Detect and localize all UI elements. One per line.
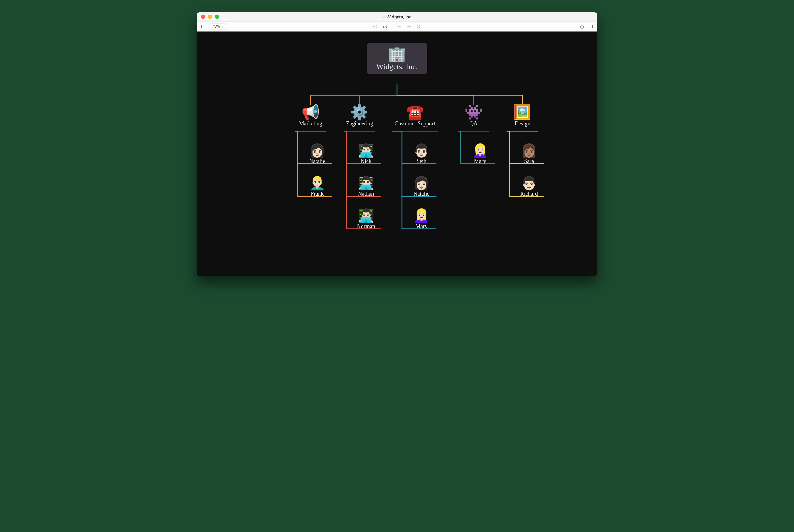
zoom-select[interactable]: 75% ▴▾	[209, 23, 226, 30]
person-name: Richard	[513, 191, 545, 197]
stepper-arrows-icon: ▴▾	[222, 25, 223, 28]
media-tool-button[interactable]	[382, 24, 388, 29]
dept-label: QA	[457, 120, 490, 127]
undo-button[interactable]	[396, 24, 402, 29]
person-node[interactable]: 👩🏻 Natalie	[405, 176, 438, 197]
dept-label: Engineering	[343, 120, 376, 127]
person-name: Mary	[464, 158, 496, 164]
zoom-value: 75%	[212, 24, 220, 29]
document-title-text: Widgets, Inc.	[386, 15, 413, 19]
person-name: Sara	[513, 158, 545, 164]
document-title: 📄 Widgets, Inc.	[196, 12, 598, 21]
person-node[interactable]: 👨🏻‍💻 Nick	[349, 144, 382, 164]
support-icon: ☎️	[391, 105, 439, 120]
app-window: 📄 Widgets, Inc. 75% ▴▾	[196, 12, 598, 277]
org-root-name: Widgets, Inc.	[371, 62, 423, 71]
person-node[interactable]: 👨🏻‍💻 Norman	[349, 209, 382, 229]
engineering-icon: ⚙️	[343, 105, 376, 120]
person-name: Seth	[405, 158, 438, 164]
person-node[interactable]: 👱🏻‍♂️ Frank	[301, 176, 333, 197]
document-icon: 📄	[381, 15, 385, 19]
close-window-button[interactable]	[201, 15, 205, 19]
toolbar: 75% ▴▾	[196, 21, 598, 31]
design-icon: 🖼️	[506, 105, 539, 120]
person-node[interactable]: 👨🏻‍💻 Nathan	[349, 176, 382, 197]
person-name: Nick	[349, 158, 382, 164]
dept-label: Customer Support	[391, 120, 439, 127]
qa-icon: 👾	[457, 105, 490, 120]
person-node[interactable]: 👩🏽 Sara	[513, 144, 545, 164]
person-node[interactable]: 👱🏻‍♀️ Mary	[464, 144, 496, 164]
svg-point-4	[383, 26, 384, 27]
person-node[interactable]: 👨🏻 Seth	[405, 144, 438, 164]
sidebar-toggle-button[interactable]	[200, 24, 205, 29]
dept-node-engineering[interactable]: ⚙️ Engineering	[343, 105, 376, 127]
diagram-canvas[interactable]: 🏢 Widgets, Inc. 📢 Marketing 👩🏻 Natalie 👱…	[196, 32, 598, 277]
dept-node-support[interactable]: ☎️ Customer Support	[391, 105, 439, 127]
person-name: Natalie	[301, 158, 333, 164]
dept-node-design[interactable]: 🖼️ Design	[506, 105, 539, 127]
person-name: Norman	[349, 223, 382, 229]
person-name: Frank	[301, 191, 333, 197]
redo-button[interactable]	[406, 24, 412, 29]
person-name: Natalie	[405, 191, 438, 197]
person-node[interactable]: 👩🏻 Natalie	[301, 144, 333, 164]
person-node[interactable]: 👨🏻 Richard	[513, 176, 545, 197]
svg-rect-6	[589, 25, 594, 28]
avatar-icon: 👨🏻‍💻	[349, 144, 382, 157]
avatar-icon: 👩🏻	[301, 144, 333, 157]
building-icon: 🏢	[371, 46, 423, 61]
avatar-icon: 👨🏻‍💻	[349, 209, 382, 222]
checkmark-tool-button[interactable]	[372, 24, 378, 29]
dept-label: Marketing	[294, 120, 327, 127]
avatar-icon: 👨🏻	[405, 144, 438, 157]
fullscreen-window-button[interactable]	[215, 15, 219, 19]
avatar-icon: 👨🏻	[513, 176, 545, 189]
dept-label: Design	[506, 120, 539, 127]
toolbar-divider	[392, 24, 392, 29]
avatar-icon: 👨🏻‍💻	[349, 176, 382, 189]
dept-node-marketing[interactable]: 📢 Marketing	[294, 105, 327, 127]
person-node[interactable]: 👱🏻‍♀️ Mary	[405, 209, 438, 229]
avatar-icon: 👩🏻	[405, 176, 438, 189]
avatar-icon: 👩🏽	[513, 144, 545, 157]
panel-toggle-button[interactable]	[589, 24, 594, 29]
dept-node-qa[interactable]: 👾 QA	[457, 105, 490, 127]
person-name: Nathan	[349, 191, 382, 197]
avatar-icon: 👱🏻‍♀️	[405, 209, 438, 222]
avatar-icon: 👱🏻‍♀️	[464, 144, 496, 157]
org-root-node[interactable]: 🏢 Widgets, Inc.	[366, 43, 427, 74]
titlebar: 📄 Widgets, Inc.	[196, 12, 598, 21]
window-controls	[196, 15, 219, 19]
minimize-window-button[interactable]	[208, 15, 212, 19]
share-button[interactable]	[579, 24, 585, 29]
person-name: Mary	[405, 223, 438, 229]
svg-rect-0	[200, 25, 205, 28]
collapse-button[interactable]	[416, 24, 422, 29]
avatar-icon: 👱🏻‍♂️	[301, 176, 333, 189]
marketing-icon: 📢	[294, 105, 327, 120]
